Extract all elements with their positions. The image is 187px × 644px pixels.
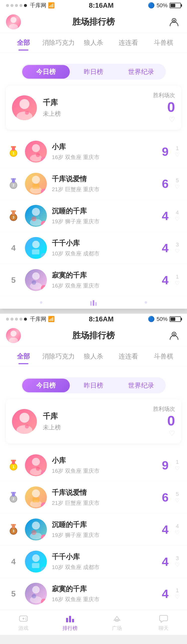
period-tab-yesterday[interactable]: 昨日榜: [70, 65, 117, 79]
s2-dot1: [6, 318, 9, 321]
s2-cat-tab-chess[interactable]: 斗兽棋: [146, 349, 181, 364]
s2-rank-score-4: 4: [156, 555, 168, 568]
rank-name-2: 千库说爱情: [52, 174, 156, 184]
nav-label-square: 广场: [112, 625, 122, 632]
svg-point-73: [36, 530, 40, 533]
cat-tab-werewolf[interactable]: 狼人杀: [76, 35, 111, 50]
s2-rank-item-3[interactable]: 3 ♀ 沉睡的千库 19岁: [0, 514, 187, 546]
s2-battery-label: 50%: [156, 316, 167, 322]
dot1: [6, 4, 9, 7]
battery-fill: [170, 4, 175, 7]
period-tab-today[interactable]: 今日榜: [22, 65, 70, 79]
rank-score-4: 4: [156, 241, 168, 255]
s2-rank-item-4[interactable]: 4 ♂ 千千小库 10岁 双鱼座 成都市 4 3 ♡: [0, 546, 187, 578]
profile-icon-button[interactable]: [167, 15, 181, 29]
svg-point-41: [145, 301, 147, 304]
rank-item-5[interactable]: 5 ♀ 寂寞的千库 16岁 双鱼座 重庆市 4 1 ♡: [0, 264, 187, 296]
rank-item-3[interactable]: 3 ♀ 沉睡的千库 19岁: [0, 200, 187, 232]
s2-category-tabs: 全部 消除巧克力 狼人杀 连连看 斗兽棋: [0, 346, 187, 366]
s2-rank-badge-1: 1: [6, 459, 21, 471]
bottom-nav: 游戏 排行榜 广场 聊天: [0, 610, 187, 635]
stat-value: 0: [153, 100, 175, 114]
cat-tab-mahjong[interactable]: 连连看: [111, 35, 146, 50]
s2-heart-sym-4: ♡: [175, 562, 180, 568]
s2-rank-score-2: 6: [156, 491, 168, 504]
nav-item-square[interactable]: 广场: [94, 614, 140, 632]
cat-tab-all[interactable]: 全部: [6, 35, 41, 50]
svg-rect-33: [32, 250, 39, 254]
category-tabs-1: 全部 消除巧克力 狼人杀 连连看 斗兽棋: [0, 33, 187, 53]
rank-item-4[interactable]: 4 ♂ 千千小库 10岁 双鱼座 成都市 4 3 ♡: [0, 232, 187, 264]
s2-heart-icon: ♡: [153, 429, 175, 438]
nav-item-ranking[interactable]: 排行榜: [47, 614, 94, 632]
rank-hearts-5: 1 ♡: [173, 274, 181, 286]
svg-rect-75: [32, 563, 39, 568]
rank-badge-2: 2: [6, 178, 21, 190]
status-bar-1: 千库网 📶 8:16AM 🔵 50%: [0, 0, 187, 11]
s2-rank-name-3: 沉睡的千库: [52, 520, 156, 530]
svg-point-54: [32, 458, 40, 466]
heart-icon-1: ♡: [153, 116, 175, 124]
svg-point-82: [26, 618, 27, 618]
rank-item-1[interactable]: 1 ♀ 小库 16岁 双鱼座 重庆市: [0, 136, 187, 168]
nav-item-games[interactable]: 游戏: [0, 614, 47, 632]
svg-rect-85: [69, 616, 71, 622]
s2-rank-name-1: 小库: [52, 456, 156, 465]
s2-period-tab-yesterday[interactable]: 昨日榜: [70, 379, 117, 392]
s2-heart-count-5: 1: [176, 587, 179, 594]
s2-period-tab-today[interactable]: 今日榜: [22, 379, 70, 392]
period-tab-world[interactable]: 世界纪录: [117, 65, 165, 79]
svg-point-34: [32, 272, 40, 280]
rank-item-2[interactable]: 2 ♀ 千库说爱情 21岁 巨蟹座 重庆市: [0, 168, 187, 200]
s2-rank-badge-3: 3: [6, 524, 21, 536]
s2-rank-item-1[interactable]: 1 ♀ 小库 16岁 双鱼座 重庆市: [0, 449, 187, 482]
s2-cat-tab-chocolate[interactable]: 消除巧克力: [41, 349, 76, 364]
s2-rank-desc-3: 19岁 狮子座 重庆市: [52, 532, 156, 539]
rank-badge-4: 4: [6, 244, 21, 253]
rank-desc-4: 10岁 双鱼座 成都市: [52, 250, 156, 258]
svg-point-14: [36, 153, 40, 157]
s2-cat-tab-mahjong[interactable]: 连连看: [111, 349, 146, 364]
s2-dot4: [20, 318, 23, 321]
rank-score-1: 9: [156, 145, 168, 158]
s2-current-user-name: 千库: [43, 411, 153, 422]
cat-tab-chess[interactable]: 斗兽棋: [146, 35, 181, 50]
s2-period-tab-world[interactable]: 世界纪录: [117, 379, 165, 392]
s2-heart-sym-2: ♡: [175, 498, 180, 504]
svg-text:2: 2: [13, 183, 15, 187]
s2-current-user-stats: 胜利场次 0 ♡: [153, 405, 175, 438]
s2-rank-hearts-2: 5 ♡: [173, 491, 181, 504]
s2-gender-badge-3: ♀: [41, 534, 47, 540]
s2-gender-badge-4: ♂: [41, 566, 47, 572]
s2-profile-icon-button[interactable]: [167, 328, 181, 342]
s2-header-avatar[interactable]: [6, 328, 21, 343]
nav-item-chat[interactable]: 聊天: [140, 614, 187, 632]
s2-rank-item-5[interactable]: 5 ♀ 寂寞的千库 16岁 双鱼座 重庆市 4 1 ♡: [0, 578, 187, 610]
battery-indicator: [169, 3, 181, 8]
svg-point-72: [31, 530, 36, 535]
s2-cat-tab-all[interactable]: 全部: [6, 349, 41, 364]
games-icon: [19, 614, 29, 623]
svg-point-47: [17, 425, 32, 434]
gender-badge-4: ♂: [41, 253, 47, 259]
s2-current-user-info: 千库 未上榜: [43, 411, 153, 432]
svg-point-12: [32, 144, 40, 152]
rank-list-1: 1 ♀ 小库 16岁 双鱼座 重庆市: [0, 136, 187, 296]
s2-rank-info-1: 小库 16岁 双鱼座 重庆市: [52, 456, 156, 475]
current-user-card-1: 千库 未上榜 胜利场次 0 ♡: [6, 86, 181, 130]
s2-rank-name-5: 寂寞的千库: [52, 584, 156, 594]
s2-cat-tab-werewolf[interactable]: 狼人杀: [76, 349, 111, 364]
s2-rank-item-2[interactable]: 2 ♀ 千库说爱情 21岁 巨蟹座 重庆市: [0, 482, 187, 514]
header-avatar[interactable]: [6, 14, 21, 29]
svg-text:2: 2: [13, 497, 15, 501]
svg-point-48: [25, 424, 29, 428]
s2-gender-badge-1: ♀: [41, 470, 47, 476]
s2-current-user-avatar: [12, 409, 37, 434]
cat-tab-chocolate[interactable]: 消除巧克力: [41, 35, 76, 50]
s2-avatar-image: [6, 328, 21, 343]
bluetooth-icon: 🔵: [148, 2, 155, 9]
s2-rank-desc-5: 16岁 双鱼座 重庆市: [52, 596, 156, 603]
rank-info-3: 沉睡的千库 19岁 狮子座 重庆市: [52, 206, 156, 225]
status-left: 千库网 📶: [6, 2, 55, 9]
svg-point-4: [20, 99, 30, 109]
